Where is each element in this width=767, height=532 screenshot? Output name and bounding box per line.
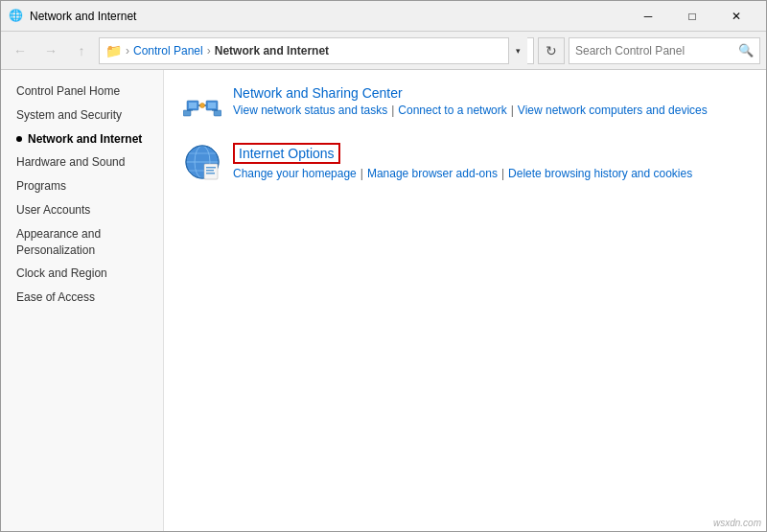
search-input[interactable] (575, 44, 738, 58)
sidebar-item-appearance-and-personalization[interactable]: Appearance and Personalization (1, 222, 163, 263)
breadcrumb-separator-2: › (207, 44, 211, 58)
svg-rect-16 (204, 164, 218, 179)
svg-rect-17 (206, 167, 216, 169)
maximize-button[interactable]: □ (670, 1, 714, 32)
link-separator-4: | (501, 167, 504, 180)
connect-to-network-link[interactable]: Connect to a network (398, 104, 506, 117)
breadcrumb-current: Network and Internet (215, 44, 329, 58)
sidebar-item-network-and-internet[interactable]: Network and Internet (1, 127, 163, 151)
internet-options-icon (183, 143, 221, 181)
sidebar-item-clock-and-region[interactable]: Clock and Region (1, 262, 163, 286)
window-icon: 🌐 (9, 9, 24, 24)
up-button[interactable]: ↑ (68, 37, 95, 64)
internet-options-title[interactable]: Internet Options (233, 143, 340, 164)
svg-rect-6 (183, 110, 191, 116)
sidebar-label-programs: Programs (16, 178, 66, 195)
window-title: Network and Internet (30, 10, 626, 23)
sidebar-label-ease-of-access: Ease of Access (16, 289, 95, 306)
link-separator-3: | (360, 167, 363, 180)
watermark: wsxdn.com (713, 518, 761, 528)
breadcrumb: 📁 › Control Panel › Network and Internet (105, 43, 508, 58)
forward-button[interactable]: → (37, 37, 64, 64)
link-separator-2: | (511, 104, 514, 117)
refresh-button[interactable]: ↻ (538, 37, 565, 64)
address-dropdown[interactable]: ▾ (508, 37, 527, 64)
folder-icon: 📁 (105, 43, 122, 58)
minimize-button[interactable]: ─ (626, 1, 670, 32)
sidebar-item-hardware-and-sound[interactable]: Hardware and Sound (1, 150, 163, 174)
sidebar-label-appearance-and-personalization: Appearance and Personalization (16, 226, 151, 259)
internet-options-links: Change your homepage | Manage browser ad… (233, 167, 692, 180)
svg-rect-8 (214, 110, 221, 116)
breadcrumb-control-panel[interactable]: Control Panel (133, 44, 203, 58)
sidebar-item-programs[interactable]: Programs (1, 174, 163, 198)
manage-addons-link[interactable]: Manage browser add-ons (367, 167, 498, 180)
view-network-computers-link[interactable]: View network computers and devices (518, 104, 708, 117)
addressbar: ← → ↑ 📁 › Control Panel › Network and In… (1, 32, 766, 70)
breadcrumb-separator: › (126, 44, 129, 58)
sidebar-label-hardware-and-sound: Hardware and Sound (16, 154, 125, 171)
network-sharing-title[interactable]: Network and Sharing Center (233, 85, 708, 101)
search-box[interactable]: 🔍 (569, 37, 760, 64)
svg-rect-3 (208, 103, 216, 108)
window-controls: ─ □ ✕ (626, 1, 758, 32)
sidebar-item-control-panel-home[interactable]: Control Panel Home (1, 80, 163, 104)
sidebar-label-control-panel-home: Control Panel Home (16, 83, 120, 100)
svg-rect-19 (206, 173, 215, 174)
network-sharing-icon (183, 85, 221, 124)
sidebar-label-system-and-security: System and Security (16, 107, 122, 124)
svg-point-5 (200, 104, 205, 108)
globe-icon-svg (183, 143, 221, 181)
network-icon-svg (183, 85, 221, 124)
back-button[interactable]: ← (7, 37, 34, 64)
change-homepage-link[interactable]: Change your homepage (233, 167, 357, 180)
network-sharing-content: Network and Sharing Center View network … (233, 85, 708, 117)
section-internet-options: Internet Options Change your homepage | … (183, 143, 747, 181)
link-separator-1: | (391, 104, 394, 117)
sidebar-label-network-and-internet: Network and Internet (28, 131, 142, 148)
close-button[interactable]: ✕ (714, 1, 758, 32)
active-bullet (16, 136, 22, 142)
section-network-sharing-center: Network and Sharing Center View network … (183, 85, 747, 124)
view-network-status-link[interactable]: View network status and tasks (233, 104, 387, 117)
titlebar: 🌐 Network and Internet ─ □ ✕ (1, 1, 766, 32)
sidebar-label-clock-and-region: Clock and Region (16, 266, 107, 282)
address-box[interactable]: 📁 › Control Panel › Network and Internet… (99, 37, 534, 64)
sidebar-item-system-and-security[interactable]: System and Security (1, 104, 163, 127)
sidebar-label-user-accounts: User Accounts (16, 202, 90, 219)
sidebar-item-user-accounts[interactable]: User Accounts (1, 198, 163, 222)
content-area: Network and Sharing Center View network … (164, 70, 766, 532)
svg-rect-1 (189, 103, 197, 108)
network-sharing-links: View network status and tasks | Connect … (233, 104, 708, 117)
search-icon[interactable]: 🔍 (738, 43, 754, 58)
internet-options-content: Internet Options Change your homepage | … (233, 143, 692, 180)
sidebar: Control Panel Home System and Security N… (1, 70, 164, 532)
svg-rect-18 (206, 170, 214, 172)
main-layout: Control Panel Home System and Security N… (1, 70, 766, 532)
sidebar-item-ease-of-access[interactable]: Ease of Access (1, 286, 163, 310)
delete-history-link[interactable]: Delete browsing history and cookies (508, 167, 692, 180)
